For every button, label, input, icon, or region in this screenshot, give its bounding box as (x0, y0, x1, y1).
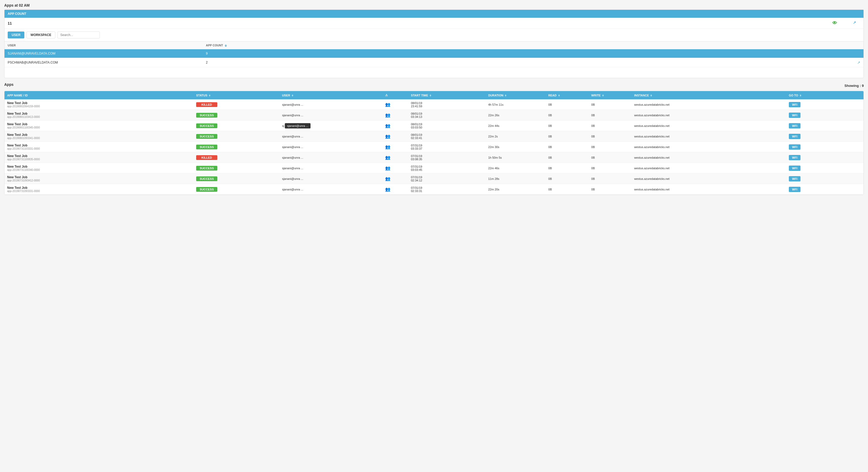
th-warning: ⚠ (382, 91, 408, 99)
sort-goto-icon[interactable] (800, 94, 801, 96)
bottom-header: Apps Showing : 9 (4, 82, 864, 89)
people-icon[interactable]: 👥 (385, 145, 391, 149)
search-input[interactable] (57, 31, 100, 38)
app-instance: westus.azuredatabricks.net (634, 103, 670, 106)
app-user-cell: sjanani@unra ... (279, 152, 382, 163)
user-action-pschwab[interactable]: ↗ (698, 58, 864, 67)
app-user-cell: sjanani@unra ... (279, 110, 382, 120)
app-starttime-cell: 08/01/1903:34:13 (408, 110, 486, 120)
th-goto: GO TO (786, 91, 864, 99)
wfi-button[interactable]: WFI (789, 144, 801, 150)
app-goto-cell: WFI (786, 99, 864, 110)
app-write: 0B (591, 124, 595, 127)
user-row-sjanani[interactable]: SJANANI@UNRAVELDATA.COM 9 (4, 49, 864, 58)
app-row: New Test Jobapp-20190731100340-0000SUCCE… (4, 163, 864, 174)
app-name: New Test Job (7, 186, 191, 190)
status-badge: SUCCESS (196, 187, 217, 192)
sort-instance-icon[interactable] (650, 94, 652, 96)
wfi-button[interactable]: WFI (789, 155, 801, 160)
app-starttime-cell: 08/01/1903:03:50 (408, 120, 486, 131)
external-link-icon[interactable]: ↗ (853, 20, 856, 26)
app-name-cell: New Test Jobapp-20190731093412-0000 (4, 174, 193, 184)
app-user: sjanani@unra ... (282, 156, 303, 159)
app-duration: 22m 44s (488, 124, 499, 127)
people-icon[interactable]: 👥 (385, 187, 391, 191)
tab-workspace[interactable]: WORKSPACE (27, 31, 55, 38)
sort-write-icon[interactable] (602, 94, 604, 96)
app-duration-cell: 22m 20s (486, 184, 546, 195)
app-duration-cell: 4h 57m 11s (486, 99, 546, 110)
app-user: sjanani@unra ... (282, 103, 303, 106)
th-starttime: START TIME (408, 91, 486, 99)
sort-duration-icon[interactable] (505, 94, 506, 96)
app-user: sj sjanani@unra ... (282, 124, 310, 127)
wfi-button[interactable]: WFI (789, 113, 801, 118)
people-icon[interactable]: 👥 (385, 155, 391, 160)
app-row: New Test Jobapp-20190731093331-0000SUCCE… (4, 184, 864, 195)
sort-starttime-icon[interactable] (430, 94, 431, 96)
app-name: New Test Job (7, 101, 191, 105)
sort-appcount-icon[interactable] (225, 45, 227, 47)
wfi-button[interactable]: WFI (789, 123, 801, 128)
app-id: app-20190801100345-0000 (7, 126, 191, 129)
app-starttime-cell: 07/31/1903:08:35 (408, 152, 486, 163)
wfi-button[interactable]: WFI (789, 134, 801, 139)
wfi-button[interactable]: WFI (789, 187, 801, 192)
apps-table-container: APP NAME / ID STATUS USER (4, 91, 864, 195)
people-icon[interactable]: 👥 (385, 113, 391, 117)
app-status-cell: SUCCESS (193, 163, 280, 174)
app-instance: westus.azuredatabricks.net (634, 167, 670, 170)
wfi-button[interactable]: WFI (789, 176, 801, 181)
app-warn-cell: 👥 (382, 120, 408, 131)
sort-user-icon[interactable] (292, 94, 293, 96)
app-duration-cell: 22m 2s (486, 131, 546, 142)
apps-table-header-row: APP NAME / ID STATUS USER (4, 91, 864, 99)
wfi-button[interactable]: WFI (789, 166, 801, 171)
wfi-button[interactable]: WFI (789, 102, 801, 107)
app-name: New Test Job (7, 133, 191, 137)
showing-label: Showing : 9 (844, 84, 864, 88)
user-row-pschwab[interactable]: PSCHWAB@UNRAVELDATA.COM 2 ↗ (4, 58, 864, 67)
app-write-cell: 0B (589, 110, 631, 120)
app-instance-cell: westus.azuredatabricks.net (631, 142, 786, 152)
app-row: New Test Jobapp-20190801103413-0000SUCCE… (4, 110, 864, 120)
app-count-icons: 👁 ↗ (832, 20, 860, 26)
app-name: New Test Job (7, 122, 191, 126)
people-icon[interactable]: 👥 (385, 102, 391, 107)
app-user: sjanani@unra ... (282, 114, 303, 117)
app-id: app-20190801103413-0000 (7, 116, 191, 118)
status-badge: SUCCESS (196, 113, 217, 118)
status-badge: SUCCESS (196, 176, 217, 181)
app-name: New Test Job (7, 144, 191, 147)
bottom-section: Apps Showing : 9 APP NAME / ID STATUS (4, 82, 864, 195)
user-link-icon-pschwab[interactable]: ↗ (857, 60, 860, 65)
app-read: 0B (548, 188, 552, 191)
people-icon[interactable]: 👥 (385, 134, 391, 139)
people-icon[interactable]: 👥 (385, 176, 391, 181)
app-user-cell: sjanani@unra ... (279, 142, 382, 152)
app-id: app-20190731093412-0000 (7, 179, 191, 182)
app-duration: 22m 26s (488, 114, 499, 117)
status-badge: SUCCESS (196, 123, 217, 128)
app-read-cell: 0B (546, 131, 588, 142)
app-duration-cell: 22m 30s (486, 142, 546, 152)
sort-read-icon[interactable] (558, 94, 560, 96)
app-starttime-cell: 08/01/1902:33:41 (408, 131, 486, 142)
people-icon[interactable]: 👥 (385, 166, 391, 170)
app-user: sjanani@unra ... (282, 135, 303, 138)
app-read: 0B (548, 177, 552, 180)
tab-user[interactable]: USER (8, 31, 24, 38)
th-instance: INSTANCE (631, 91, 786, 99)
sort-status-icon[interactable] (209, 94, 211, 96)
app-instance: westus.azuredatabricks.net (634, 188, 670, 191)
app-read: 0B (548, 145, 552, 149)
people-icon[interactable]: 👥 (385, 123, 391, 128)
user-col-header: USER (4, 41, 203, 49)
app-goto-cell: WFI (786, 142, 864, 152)
app-duration: 22m 46s (488, 167, 499, 170)
app-user-cell: sjanani@unra ... (279, 174, 382, 184)
app-row: New Test Jobapp-20190801100345-0000SUCCE… (4, 120, 864, 131)
app-status-cell: SUCCESS (193, 184, 280, 195)
eye-icon[interactable]: 👁 (832, 20, 837, 26)
top-panel-spacer (4, 67, 864, 78)
